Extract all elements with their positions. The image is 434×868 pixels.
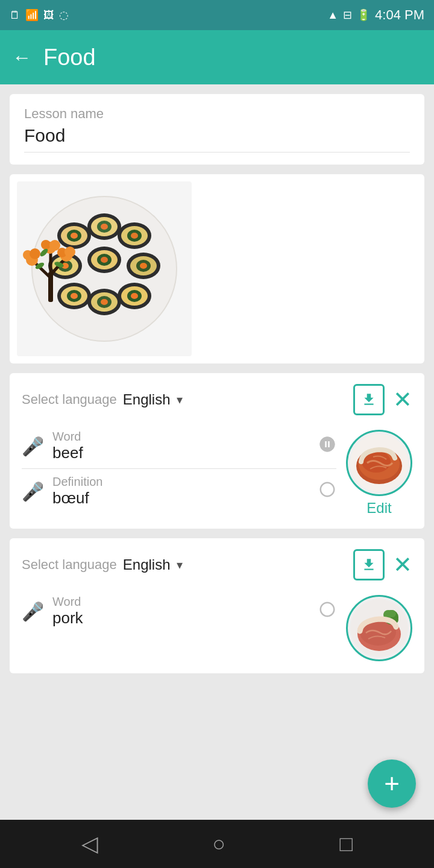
mic-icon-def-1[interactable]: 🎤	[22, 481, 44, 502]
lesson-name-label: Lesson name	[24, 106, 410, 122]
word-field-content-2: Word pork	[52, 595, 310, 627]
word-card-2-fields: 🎤 Word pork	[10, 589, 424, 673]
lesson-name-card: Lesson name Food	[10, 94, 424, 165]
word-card-1: Select language English ▾ ✕ 🎤 Word beef	[10, 373, 424, 529]
definition-field-content-1: Definition bœuf	[52, 475, 310, 508]
loading-icon: ◌	[59, 8, 69, 22]
word-image-circle-1[interactable]	[346, 430, 412, 496]
word-label-1: Word	[52, 430, 310, 444]
word-card-1-fields: 🎤 Word beef 🎤 Definition bœuf	[10, 424, 424, 529]
svg-point-45	[41, 240, 51, 250]
svg-point-4	[71, 233, 78, 239]
pork-image-svg	[349, 598, 409, 658]
sushi-image-svg	[23, 187, 186, 350]
svg-point-49	[64, 247, 75, 257]
mic-icon-word-2[interactable]: 🎤	[22, 601, 44, 622]
lesson-name-value[interactable]: Food	[24, 125, 410, 153]
word-field-row-1: 🎤 Word beef	[22, 424, 336, 469]
nav-back-button[interactable]: ◁	[81, 831, 98, 857]
top-bar: ← Food	[0, 30, 434, 84]
nav-recents-button[interactable]: □	[340, 831, 353, 857]
language-value-2: English	[123, 556, 171, 573]
status-bar: 🗒 📶 🖼 ◌ ▲ ⊟ 🔋 4:04 PM	[0, 0, 434, 30]
definition-value-1[interactable]: bœuf	[52, 489, 310, 508]
word-card-2-actions: ✕	[353, 549, 412, 580]
edit-label-1[interactable]: Edit	[366, 500, 391, 517]
close-button-1[interactable]: ✕	[393, 386, 412, 413]
language-selector-2[interactable]: Select language English ▾	[22, 556, 183, 573]
fab-add-button[interactable]: +	[368, 760, 416, 808]
lesson-image[interactable]	[17, 181, 192, 356]
word-label-2: Word	[52, 595, 310, 609]
camera-icon-def-1[interactable]	[318, 480, 336, 503]
language-value-1: English	[123, 391, 171, 408]
svg-point-32	[101, 299, 108, 305]
download-button-1[interactable]	[353, 384, 385, 415]
dropdown-arrow-1[interactable]: ▾	[177, 392, 183, 407]
word-value-2[interactable]: pork	[52, 609, 310, 627]
select-language-label-2: Select language	[22, 557, 117, 573]
main-content: Lesson name Food	[0, 84, 434, 820]
svg-point-63	[389, 610, 396, 617]
word-card-2: Select language English ▾ ✕ 🎤 Word pork	[10, 538, 424, 673]
nav-home-button[interactable]: ○	[212, 831, 225, 857]
download-button-2[interactable]	[353, 549, 385, 580]
dropdown-arrow-2[interactable]: ▾	[177, 558, 183, 572]
sim-icon: ⊟	[343, 8, 352, 22]
document-icon: 🗒	[10, 9, 20, 22]
battery-icon: 🔋	[357, 8, 370, 22]
status-bar-right: ▲ ⊟ 🔋 4:04 PM	[327, 7, 424, 23]
word-image-below-1: Edit	[346, 424, 412, 517]
word-field-content-1: Word beef	[52, 430, 310, 462]
word-card-2-inputs: 🎤 Word pork	[22, 589, 336, 661]
definition-field-row-1: 🎤 Definition bœuf	[22, 469, 336, 514]
word-field-row-2: 🎤 Word pork	[22, 589, 336, 634]
svg-point-12	[131, 233, 138, 239]
beef-image-svg	[349, 433, 409, 493]
svg-point-36	[131, 293, 138, 299]
status-time: 4:04 PM	[375, 7, 424, 23]
definition-label-1: Definition	[52, 475, 310, 489]
status-bar-left: 🗒 📶 🖼 ◌	[10, 8, 69, 22]
svg-point-8	[101, 224, 108, 230]
image-icon: 🖼	[43, 9, 54, 22]
word-image-circle-2[interactable]	[346, 595, 412, 661]
word-card-1-inputs: 🎤 Word beef 🎤 Definition bœuf	[22, 424, 336, 517]
language-selector-1[interactable]: Select language English ▾	[22, 391, 183, 408]
svg-point-24	[140, 263, 147, 269]
select-language-label-1: Select language	[22, 392, 117, 407]
signal-icon: 📶	[25, 8, 39, 22]
word-card-1-actions: ✕	[353, 384, 412, 415]
nav-bar: ◁ ○ □	[0, 820, 434, 868]
camera-icon-word-1[interactable]	[318, 435, 336, 458]
svg-point-28	[71, 293, 78, 299]
mic-icon-word-1[interactable]: 🎤	[22, 436, 44, 457]
back-button[interactable]: ←	[12, 46, 31, 69]
svg-point-20	[101, 257, 108, 263]
svg-point-43	[30, 248, 40, 259]
word-card-1-header: Select language English ▾ ✕	[10, 373, 424, 424]
word-value-1[interactable]: beef	[52, 444, 310, 462]
word-card-2-header: Select language English ▾ ✕	[10, 538, 424, 589]
image-card[interactable]	[10, 174, 424, 363]
wifi-icon: ▲	[327, 9, 338, 22]
page-title: Food	[43, 45, 96, 71]
camera-icon-word-2[interactable]	[318, 600, 336, 623]
svg-point-46	[49, 240, 60, 251]
word-image-below-2	[346, 589, 412, 661]
close-button-2[interactable]: ✕	[393, 552, 412, 578]
